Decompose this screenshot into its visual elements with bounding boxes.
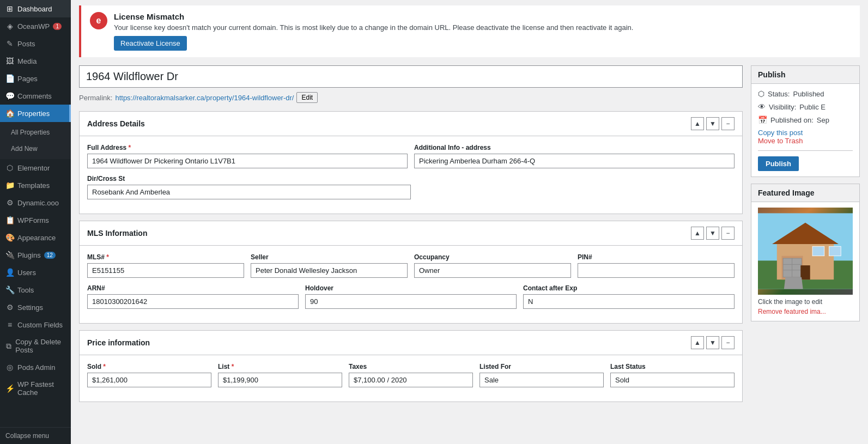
sidebar-item-elementor[interactable]: ⬡ Elementor [0, 159, 71, 177]
price-toggle-btn[interactable]: − [721, 336, 735, 349]
license-title: License Mismatch [114, 12, 633, 21]
featured-image-caption: Click the image to edit [758, 298, 853, 306]
sidebar-item-pods-admin[interactable]: ◎ Pods Admin [0, 358, 71, 376]
price-row-1: Sold * List * [87, 363, 735, 387]
publish-button[interactable]: Publish [758, 156, 799, 171]
sidebar-item-tools[interactable]: 🔧 Tools [0, 281, 71, 299]
listed-for-input[interactable] [479, 373, 604, 387]
featured-image-thumbnail[interactable] [758, 208, 853, 295]
last-status-group: Last Status [610, 363, 735, 387]
price-information-header[interactable]: Price information ▲ ▼ − [80, 331, 742, 355]
sidebar-item-templates[interactable]: 📁 Templates [0, 177, 71, 194]
tools-icon: 🔧 [5, 285, 14, 294]
sidebar-item-pages[interactable]: 📄 Pages [0, 70, 71, 87]
sidebar-item-oceanwp[interactable]: ◈ OceanWP 1 [0, 17, 71, 35]
sidebar-item-posts[interactable]: ✎ Posts [0, 35, 71, 52]
publish-body: ⬡ Status: Published 👁 Visibility: Public… [751, 84, 859, 177]
templates-icon: 📁 [5, 181, 14, 190]
plugins-badge: 12 [44, 252, 56, 259]
list-input[interactable] [218, 373, 342, 387]
sidebar-item-plugins[interactable]: 🔌 Plugins 12 [0, 246, 71, 264]
permalink-bar: Permalink: https://realtorakmalsarker.ca… [79, 92, 743, 103]
permalink-label: Permalink: [79, 94, 112, 102]
mls-information-header[interactable]: MLS Information ▲ ▼ − [80, 221, 742, 246]
price-up-btn[interactable]: ▲ [691, 336, 704, 349]
occupancy-group: Occupancy [414, 253, 571, 278]
seller-input[interactable] [251, 263, 408, 278]
mls-metabox-controls: ▲ ▼ − [691, 227, 735, 240]
sidebar-item-wp-fastest-cache[interactable]: ⚡ WP Fastest Cache [0, 376, 71, 401]
sidebar-item-properties[interactable]: 🏠 Properties [0, 105, 71, 122]
sidebar-item-add-new[interactable]: Add New [0, 141, 71, 157]
sidebar-item-media[interactable]: 🖼 Media [0, 52, 71, 70]
additional-info-label: Additional Info - address [414, 144, 735, 151]
seller-label: Seller [251, 253, 408, 261]
comments-icon: 💬 [5, 92, 14, 100]
occupancy-input[interactable] [414, 263, 571, 278]
metabox-down-btn[interactable]: ▼ [706, 117, 719, 130]
mls-information-metabox: MLS Information ▲ ▼ − MLS# * [79, 221, 743, 324]
arn-label: ARN# [87, 284, 299, 292]
status-value: Published [793, 90, 824, 98]
full-address-input[interactable] [87, 154, 408, 168]
featured-image-body: Click the image to edit Remove featured … [751, 202, 859, 321]
status-label: Status: [768, 90, 790, 98]
sidebar-item-dashboard[interactable]: ⊞ Dashboard [0, 0, 71, 17]
copy-post-button[interactable]: Copy this post [758, 129, 803, 137]
metabox-controls: ▲ ▼ − [691, 117, 735, 130]
taxes-group: Taxes [349, 363, 473, 387]
last-status-input[interactable] [610, 373, 735, 387]
edit-slug-button[interactable]: Edit [296, 92, 318, 103]
occupancy-label: Occupancy [414, 253, 571, 261]
publish-visibility-row: 👁 Visibility: Public E [758, 102, 853, 111]
sidebar-item-settings[interactable]: ⚙ Settings [0, 299, 71, 316]
permalink-link[interactable]: https://realtorakmalsarker.ca/property/1… [115, 94, 294, 102]
remove-featured-image-link[interactable]: Remove featured ima... [758, 308, 853, 315]
pages-icon: 📄 [5, 74, 14, 83]
sidebar-item-dynamic[interactable]: ⚙ Dynamic.ooo [0, 194, 71, 211]
metabox-up-btn[interactable]: ▲ [691, 117, 704, 130]
sidebar-item-users[interactable]: 👤 Users [0, 264, 71, 281]
sidebar-item-copy-delete[interactable]: ⧉ Copy & Delete Posts [0, 333, 71, 358]
copy-post-link[interactable]: Copy this post [758, 129, 853, 137]
mls-up-btn[interactable]: ▲ [691, 227, 704, 240]
address-details-header[interactable]: Address Details ▲ ▼ − [80, 112, 742, 136]
price-down-btn[interactable]: ▼ [706, 336, 719, 349]
dir-cross-input[interactable] [87, 185, 411, 199]
sidebar-item-all-properties[interactable]: All Properties [0, 124, 71, 141]
sidebar-item-wpforms[interactable]: 📋 WPForms [0, 211, 71, 229]
status-icon: ⬡ [758, 89, 764, 98]
mls-toggle-btn[interactable]: − [721, 227, 735, 240]
custom-fields-icon: ≡ [5, 320, 14, 329]
dir-cross-group: Dir/Cross St [87, 175, 411, 199]
move-trash-button[interactable]: Move to Trash [758, 137, 803, 145]
list-label: List * [218, 363, 342, 370]
sidebar-item-appearance[interactable]: 🎨 Appearance [0, 229, 71, 246]
reactivate-button[interactable]: Reactivate License [114, 36, 187, 51]
additional-info-input[interactable] [414, 154, 735, 168]
sidebar-item-comments[interactable]: 💬 Comments [0, 87, 71, 105]
move-trash-link[interactable]: Move to Trash [758, 137, 853, 145]
address-details-metabox: Address Details ▲ ▼ − Full Address [79, 111, 743, 214]
metabox-toggle-btn[interactable]: − [721, 117, 735, 130]
arn-input[interactable] [87, 294, 299, 309]
visibility-value: Public E [799, 103, 825, 111]
pin-input[interactable] [578, 263, 735, 278]
publish-actions: Publish [758, 150, 853, 171]
sold-input[interactable] [87, 373, 211, 387]
sidebar-item-custom-fields[interactable]: ≡ Custom Fields [0, 316, 71, 333]
mls-down-btn[interactable]: ▼ [706, 227, 719, 240]
mls-number-input[interactable] [87, 263, 244, 278]
contact-after-input[interactable] [523, 294, 735, 309]
post-title-input[interactable] [79, 65, 743, 88]
address-details-title: Address Details [87, 119, 145, 128]
taxes-input[interactable] [349, 373, 473, 387]
contact-after-group: Contact after Exp [523, 284, 735, 309]
sidebar: ⊞ Dashboard ◈ OceanWP 1 ✎ Posts 🖼 Media … [0, 0, 71, 444]
svg-rect-11 [829, 246, 841, 256]
address-row-2: Dir/Cross St [87, 175, 735, 199]
holdover-input[interactable] [305, 294, 517, 309]
collapse-menu[interactable]: Collapse menu [0, 427, 71, 444]
full-address-group: Full Address * [87, 144, 408, 168]
license-banner-text: License Mismatch Your license key doesn'… [114, 12, 633, 51]
